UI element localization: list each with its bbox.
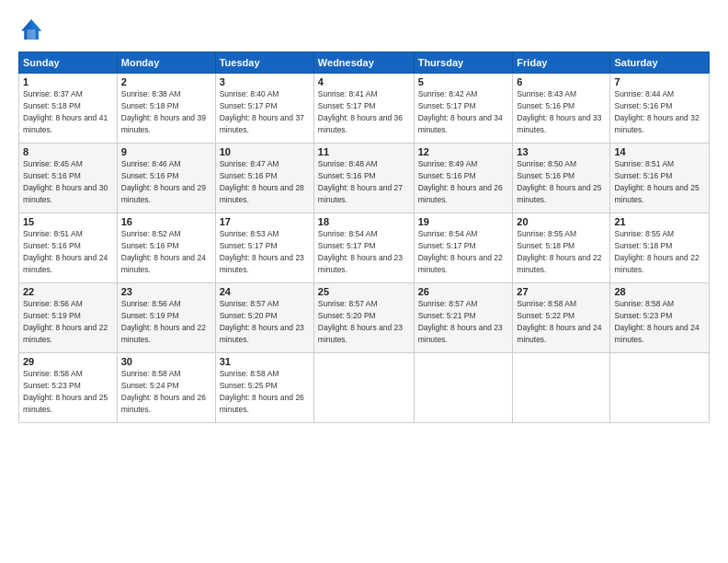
calendar-cell	[610, 353, 710, 423]
day-info: Sunrise: 8:58 AMSunset: 5:25 PMDaylight:…	[220, 369, 304, 414]
day-info: Sunrise: 8:57 AMSunset: 5:20 PMDaylight:…	[318, 299, 403, 344]
day-number: 8	[23, 146, 113, 157]
day-number: 11	[318, 146, 410, 157]
day-info: Sunrise: 8:56 AMSunset: 5:19 PMDaylight:…	[23, 299, 108, 344]
calendar-cell	[313, 353, 414, 423]
calendar-cell: 17 Sunrise: 8:53 AMSunset: 5:17 PMDaylig…	[215, 213, 313, 283]
calendar-cell: 1 Sunrise: 8:37 AMSunset: 5:18 PMDayligh…	[19, 74, 118, 144]
calendar-cell: 4 Sunrise: 8:41 AMSunset: 5:17 PMDayligh…	[313, 74, 414, 144]
day-number: 18	[318, 216, 410, 227]
calendar-cell: 31 Sunrise: 8:58 AMSunset: 5:25 PMDaylig…	[215, 353, 313, 423]
day-info: Sunrise: 8:55 AMSunset: 5:18 PMDaylight:…	[614, 229, 699, 274]
col-tuesday: Tuesday	[215, 52, 313, 74]
calendar-week-2: 8 Sunrise: 8:45 AMSunset: 5:16 PMDayligh…	[19, 144, 710, 213]
col-saturday: Saturday	[610, 52, 710, 74]
calendar-cell: 15 Sunrise: 8:51 AMSunset: 5:16 PMDaylig…	[19, 213, 118, 283]
calendar-cell: 20 Sunrise: 8:55 AMSunset: 5:18 PMDaylig…	[513, 213, 610, 283]
day-number: 10	[220, 146, 310, 157]
day-info: Sunrise: 8:47 AMSunset: 5:16 PMDaylight:…	[220, 159, 304, 204]
day-number: 5	[418, 76, 509, 87]
day-number: 29	[23, 356, 113, 367]
day-number: 20	[517, 216, 606, 227]
day-number: 23	[121, 286, 211, 297]
day-info: Sunrise: 8:58 AMSunset: 5:23 PMDaylight:…	[23, 369, 108, 414]
day-number: 21	[614, 216, 705, 227]
day-number: 7	[614, 76, 705, 87]
calendar-cell: 6 Sunrise: 8:43 AMSunset: 5:16 PMDayligh…	[513, 74, 610, 144]
calendar-cell: 28 Sunrise: 8:58 AMSunset: 5:23 PMDaylig…	[610, 283, 710, 353]
day-number: 1	[23, 76, 113, 87]
day-info: Sunrise: 8:42 AMSunset: 5:17 PMDaylight:…	[418, 89, 503, 134]
logo	[18, 17, 48, 42]
calendar-cell: 8 Sunrise: 8:45 AMSunset: 5:16 PMDayligh…	[19, 144, 118, 213]
calendar-week-1: 1 Sunrise: 8:37 AMSunset: 5:18 PMDayligh…	[19, 74, 710, 144]
col-thursday: Thursday	[414, 52, 513, 74]
calendar-cell: 27 Sunrise: 8:58 AMSunset: 5:22 PMDaylig…	[513, 283, 610, 353]
calendar-cell: 29 Sunrise: 8:58 AMSunset: 5:23 PMDaylig…	[19, 353, 118, 423]
day-number: 15	[23, 216, 113, 227]
day-number: 22	[23, 286, 113, 297]
day-number: 28	[614, 286, 705, 297]
col-sunday: Sunday	[19, 52, 118, 74]
calendar-cell: 18 Sunrise: 8:54 AMSunset: 5:17 PMDaylig…	[313, 213, 414, 283]
day-info: Sunrise: 8:40 AMSunset: 5:17 PMDaylight:…	[220, 89, 304, 134]
calendar-cell: 30 Sunrise: 8:58 AMSunset: 5:24 PMDaylig…	[117, 353, 215, 423]
calendar-cell: 22 Sunrise: 8:56 AMSunset: 5:19 PMDaylig…	[19, 283, 118, 353]
day-info: Sunrise: 8:53 AMSunset: 5:17 PMDaylight:…	[220, 229, 304, 274]
day-info: Sunrise: 8:58 AMSunset: 5:23 PMDaylight:…	[614, 299, 699, 344]
calendar-cell: 26 Sunrise: 8:57 AMSunset: 5:21 PMDaylig…	[414, 283, 513, 353]
col-friday: Friday	[513, 52, 610, 74]
day-info: Sunrise: 8:55 AMSunset: 5:18 PMDaylight:…	[517, 229, 601, 274]
calendar-cell	[414, 353, 513, 423]
day-info: Sunrise: 8:51 AMSunset: 5:16 PMDaylight:…	[23, 229, 108, 274]
day-number: 9	[121, 146, 211, 157]
calendar-cell: 19 Sunrise: 8:54 AMSunset: 5:17 PMDaylig…	[414, 213, 513, 283]
day-info: Sunrise: 8:41 AMSunset: 5:17 PMDaylight:…	[318, 89, 403, 134]
day-info: Sunrise: 8:44 AMSunset: 5:16 PMDaylight:…	[614, 89, 699, 134]
calendar-cell: 10 Sunrise: 8:47 AMSunset: 5:16 PMDaylig…	[215, 144, 313, 213]
calendar-cell: 9 Sunrise: 8:46 AMSunset: 5:16 PMDayligh…	[117, 144, 215, 213]
day-info: Sunrise: 8:54 AMSunset: 5:17 PMDaylight:…	[418, 229, 503, 274]
day-number: 26	[418, 286, 509, 297]
day-number: 2	[121, 76, 211, 87]
day-info: Sunrise: 8:48 AMSunset: 5:16 PMDaylight:…	[318, 159, 403, 204]
calendar-cell: 13 Sunrise: 8:50 AMSunset: 5:16 PMDaylig…	[513, 144, 610, 213]
day-number: 16	[121, 216, 211, 227]
col-monday: Monday	[117, 52, 215, 74]
day-number: 25	[318, 286, 410, 297]
day-info: Sunrise: 8:51 AMSunset: 5:16 PMDaylight:…	[614, 159, 699, 204]
header	[18, 17, 710, 42]
day-info: Sunrise: 8:56 AMSunset: 5:19 PMDaylight:…	[121, 299, 206, 344]
day-info: Sunrise: 8:46 AMSunset: 5:16 PMDaylight:…	[121, 159, 206, 204]
calendar-cell: 5 Sunrise: 8:42 AMSunset: 5:17 PMDayligh…	[414, 74, 513, 144]
calendar-cell: 3 Sunrise: 8:40 AMSunset: 5:17 PMDayligh…	[215, 74, 313, 144]
calendar-cell: 2 Sunrise: 8:38 AMSunset: 5:18 PMDayligh…	[117, 74, 215, 144]
day-info: Sunrise: 8:38 AMSunset: 5:18 PMDaylight:…	[121, 89, 206, 134]
day-number: 12	[418, 146, 509, 157]
calendar-week-3: 15 Sunrise: 8:51 AMSunset: 5:16 PMDaylig…	[19, 213, 710, 283]
calendar-cell: 14 Sunrise: 8:51 AMSunset: 5:16 PMDaylig…	[610, 144, 710, 213]
day-number: 19	[418, 216, 509, 227]
calendar: Sunday Monday Tuesday Wednesday Thursday…	[18, 52, 710, 423]
day-info: Sunrise: 8:57 AMSunset: 5:21 PMDaylight:…	[418, 299, 503, 344]
day-number: 4	[318, 76, 410, 87]
calendar-cell: 12 Sunrise: 8:49 AMSunset: 5:16 PMDaylig…	[414, 144, 513, 213]
day-number: 13	[517, 146, 606, 157]
calendar-cell	[513, 353, 610, 423]
calendar-cell: 16 Sunrise: 8:52 AMSunset: 5:16 PMDaylig…	[117, 213, 215, 283]
day-number: 30	[121, 356, 211, 367]
calendar-week-5: 29 Sunrise: 8:58 AMSunset: 5:23 PMDaylig…	[19, 353, 710, 423]
day-number: 17	[220, 216, 310, 227]
day-info: Sunrise: 8:54 AMSunset: 5:17 PMDaylight:…	[318, 229, 403, 274]
calendar-header-row: Sunday Monday Tuesday Wednesday Thursday…	[19, 52, 710, 74]
day-number: 24	[220, 286, 310, 297]
calendar-cell: 24 Sunrise: 8:57 AMSunset: 5:20 PMDaylig…	[215, 283, 313, 353]
day-info: Sunrise: 8:52 AMSunset: 5:16 PMDaylight:…	[121, 229, 206, 274]
calendar-cell: 25 Sunrise: 8:57 AMSunset: 5:20 PMDaylig…	[313, 283, 414, 353]
day-info: Sunrise: 8:50 AMSunset: 5:16 PMDaylight:…	[517, 159, 601, 204]
col-wednesday: Wednesday	[313, 52, 414, 74]
logo-icon	[18, 17, 44, 42]
day-info: Sunrise: 8:45 AMSunset: 5:16 PMDaylight:…	[23, 159, 108, 204]
day-number: 27	[517, 286, 606, 297]
day-info: Sunrise: 8:58 AMSunset: 5:22 PMDaylight:…	[517, 299, 601, 344]
